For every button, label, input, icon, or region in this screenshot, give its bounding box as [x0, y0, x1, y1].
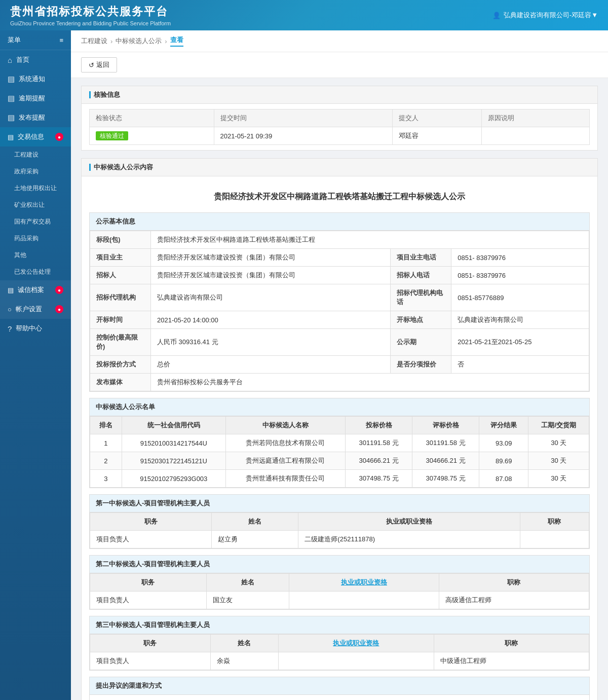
cand-rank: 2: [90, 452, 122, 470]
cand-eval-price: 304666.21 元: [412, 452, 479, 470]
sidebar-item-home[interactable]: ⌂ 首页: [0, 50, 71, 69]
table-row: 项目负责人 余焱 中级通信工程师: [90, 652, 589, 670]
sidebar-label-help: 帮助中心: [16, 324, 42, 333]
value-bidder: 贵阳经济开发区城市建设投资（集团）有限公司: [151, 267, 391, 284]
table-row: 项目负责人 赵立勇 二级建造师(252111878): [90, 531, 589, 548]
sidebar-sub-other[interactable]: 其他: [0, 247, 71, 264]
third-cand-table: 职务 姓名 执业或职业资格 职称 项目负责人 余焱 中级通信工程师: [90, 634, 589, 670]
sidebar-item-help[interactable]: ? 帮助中心: [0, 319, 71, 338]
sidebar-item-account[interactable]: ○ 帐户设置 ●: [0, 300, 71, 319]
info-row-bidder: 招标人 贵阳经济开发区城市建设投资（集团）有限公司 招标人电话 0851- 83…: [90, 267, 589, 284]
objection-header: 提出异议的渠道和方式: [90, 677, 589, 695]
second-cand-table: 职务 姓名 执业或职业资格 职称 项目负责人 国立友 高级通信工程师: [90, 573, 589, 609]
sidebar-item-credit[interactable]: ▤ 诚信档案 ●: [0, 280, 71, 300]
candidates-block: 中标候选人公示名单 排名 统一社会信用代码 中标候选人名称 投标价格 评标价格 …: [89, 398, 590, 488]
value-bidtype: 总价: [151, 356, 391, 374]
label-bidtype: 投标报价方式: [90, 356, 151, 374]
menu-toggle[interactable]: 菜单 ≡: [0, 30, 71, 50]
verify-col-submitter: 提交人: [392, 109, 482, 127]
pers2-name: 国立友: [206, 592, 289, 609]
pers2-col-title: 职称: [439, 574, 589, 592]
label-agency: 招标代理机构: [90, 284, 151, 311]
first-cand-table: 职务 姓名 执业或职业资格 职称 项目负责人 赵立勇 二级建造师(2521118…: [90, 512, 589, 548]
site-title-cn: 贵州省招标投标公共服务平台: [10, 4, 171, 19]
hamburger-icon: ≡: [59, 36, 63, 44]
announcement-section: 中标候选人公示内容 贵阳经济技术开发区中桐路道路工程铁塔基站搬迁工程中标候选人公…: [81, 158, 598, 700]
pers2-qual: [289, 592, 439, 609]
cand-name: 贵州世通科技有限责任公司: [226, 470, 346, 488]
back-icon: ↺: [89, 61, 94, 69]
pers-col-title: 职称: [520, 513, 589, 531]
cand-col-evalprice: 评标价格: [412, 417, 479, 434]
sidebar-label-sysnotify: 系统通知: [19, 75, 45, 84]
value-owner: 贵阳经济开发区城市建设投资（集团）有限公司: [151, 249, 391, 267]
sidebar-item-sysnotify[interactable]: ▤ 系统通知: [0, 69, 71, 89]
label-pubperiod: 公示期: [391, 329, 451, 356]
value-opentime: 2021-05-20 14:00:00: [151, 311, 391, 329]
value-bidder-tel: 0851- 83879976: [451, 267, 589, 284]
verify-reason: [482, 127, 590, 145]
sidebar-sub-published[interactable]: 已发公告处理: [0, 264, 71, 280]
sidebar-sub-property[interactable]: 国有产权交易: [0, 213, 71, 230]
account-icon: ○: [8, 306, 12, 313]
cand-code: 91520100314217544U: [122, 434, 225, 452]
back-area: ↺ 返回: [71, 52, 608, 78]
cand-name: 贵州若同信息技术有限公司: [226, 434, 346, 452]
pers-title: [520, 531, 589, 548]
pers2-col-duty: 职务: [90, 574, 207, 592]
publish-icon: ▤: [8, 113, 15, 122]
label-bidder-tel: 招标人电话: [391, 267, 451, 284]
sidebar-item-transaction[interactable]: ▤ 交易信息 ●: [0, 127, 71, 146]
sidebar-sub-medicine[interactable]: 药品采购: [0, 230, 71, 247]
breadcrumb-engineering[interactable]: 工程建设: [81, 36, 107, 46]
pers-qual: 二级建造师(252111878): [298, 531, 520, 548]
breadcrumb-candidates[interactable]: 中标候选人公示: [116, 36, 162, 46]
sidebar-sub-gov[interactable]: 政府采购: [0, 163, 71, 180]
info-row-opentime: 开标时间 2021-05-20 14:00:00 开标地点 弘典建设咨询有限公司: [90, 311, 589, 329]
verify-section: 核验信息 检验状态 提交时间 提交人 原因说明: [81, 86, 598, 151]
main-content: 工程建设 › 中标候选人公示 › 查看 ↺ 返回 核验信息: [71, 30, 608, 700]
sidebar-label-publish: 发布提醒: [19, 113, 45, 122]
third-cand-block: 第三中标候选人-项目管理机构主要人员 职务 姓名 执业或职业资格 职称: [89, 616, 590, 671]
notify-icon: ▤: [8, 75, 15, 84]
table-row: 项目负责人 国立友 高级通信工程师: [90, 592, 589, 609]
second-cand-header: 第二中标候选人-项目管理机构主要人员: [90, 556, 589, 573]
pers-col-qual: 执业或职业资格: [298, 513, 520, 531]
objection-block: 提出异议的渠道和方式 中标结果公示至2021年5月25日，投标人或者其他利害关系…: [89, 677, 590, 700]
credit-icon: ▤: [8, 286, 14, 294]
pers2-col-name: 姓名: [206, 574, 289, 592]
basic-info-header: 公示基本信息: [90, 213, 589, 231]
pers3-col-qual[interactable]: 执业或职业资格: [279, 635, 434, 652]
cand-col-score: 评分结果: [479, 417, 528, 434]
back-button[interactable]: ↺ 返回: [81, 57, 117, 72]
cand-period: 30 天: [528, 434, 589, 452]
pers-col-duty: 职务: [90, 513, 212, 531]
sidebar-sub-engineering[interactable]: 工程建设: [0, 146, 71, 163]
value-itemized: 否: [451, 356, 589, 374]
pers2-duty: 项目负责人: [90, 592, 207, 609]
pers3-duty: 项目负责人: [90, 652, 211, 670]
sidebar-sub-land[interactable]: 土地使用权出让: [0, 180, 71, 197]
verify-table: 检验状态 提交时间 提交人 原因说明 核验通过 2021: [89, 109, 590, 145]
cand-name: 贵州远庭通信工程有限公司: [226, 452, 346, 470]
second-cand-header-row: 职务 姓名 执业或职业资格 职称: [90, 574, 589, 592]
table-row: 3 91520102795293G003 贵州世通科技有限责任公司 307498…: [90, 470, 589, 488]
user-info[interactable]: 👤 弘典建设咨询有限公司-邓廷容▼: [492, 11, 598, 20]
sidebar-item-overdue[interactable]: ▤ 逾期提醒: [0, 89, 71, 108]
value-media: 贵州省招标投标公共服务平台: [151, 374, 589, 391]
cand-header-row: 排名 统一社会信用代码 中标候选人名称 投标价格 评标价格 评分结果 工期/交货…: [90, 417, 589, 434]
pers3-col-duty: 职务: [90, 635, 211, 652]
sidebar-label-home: 首页: [16, 55, 29, 64]
sidebar-sub-mining[interactable]: 矿业权出让: [0, 197, 71, 213]
transaction-icon: ▤: [8, 133, 14, 141]
value-segment: 贵阳经济技术开发区中桐路道路工程铁塔基站搬迁工程: [151, 231, 589, 249]
value-openloc: 弘典建设咨询有限公司: [451, 311, 589, 329]
sidebar-label-account: 帐户设置: [16, 305, 42, 314]
sidebar-sub-transaction: 工程建设 政府采购 土地使用权出让 矿业权出让 国有产权交易 药品采购 其他 已…: [0, 146, 71, 280]
sidebar-item-publish[interactable]: ▤ 发布提醒: [0, 108, 71, 127]
info-row-owner: 项目业主 贵阳经济开发区城市建设投资（集团）有限公司 项目业主电话 0851- …: [90, 249, 589, 267]
value-agency-tel: 0851-85776889: [451, 284, 589, 311]
sidebar-label-transaction: 交易信息: [18, 132, 44, 141]
value-pubperiod: 2021-05-21至2021-05-25: [451, 329, 589, 356]
pers2-col-qual[interactable]: 执业或职业资格: [289, 574, 439, 592]
